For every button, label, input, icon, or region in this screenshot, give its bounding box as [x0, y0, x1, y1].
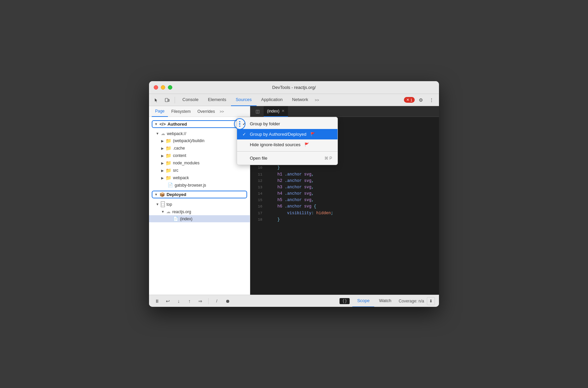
node-modules-chevron-icon: ▶ — [161, 161, 164, 165]
line-num: 10 — [253, 165, 262, 171]
menu-group-by-authored[interactable]: ✓ Group by Authored/Deployed 🚩 — [237, 129, 337, 139]
top-chevron-icon: ▼ — [156, 202, 159, 206]
webpack-folder-item[interactable]: ▶ 📁 webpack — [149, 174, 250, 182]
deployed-box-icon: 📦 — [159, 192, 165, 197]
coverage-label: Coverage: n/a — [399, 299, 424, 303]
code-tab-index[interactable]: (index) ✕ — [264, 106, 288, 117]
more-tabs-button[interactable]: >> — [313, 96, 321, 104]
error-badge[interactable]: ✕ 1 — [404, 97, 415, 103]
kebab-button-container — [234, 118, 245, 130]
settings-icon[interactable]: ⚙ — [416, 95, 425, 105]
tab-page[interactable]: Page — [152, 106, 168, 117]
reactjs-chevron-icon: ▼ — [161, 210, 165, 214]
top-label: top — [167, 202, 172, 207]
traffic-lights — [154, 85, 172, 90]
line-num: 17 — [253, 211, 262, 217]
code-line-13: 13 h3 .anchor svg, — [250, 184, 439, 191]
step-into-button[interactable]: ↓ — [175, 297, 183, 305]
code-text: } — [268, 217, 280, 223]
bottom-bar: ⏸ ↩ ↓ ↑ ⇒ / ⏺ {} Scope Watch Coverage: n… — [149, 295, 439, 307]
webpack-folder[interactable]: ▼ ☁ webpack:// — [149, 130, 250, 137]
tab-watch[interactable]: Watch — [374, 295, 396, 307]
reactjs-org-folder[interactable]: ▼ ☁ reactjs.org — [149, 208, 250, 215]
index-file[interactable]: 📄 (index) — [149, 215, 250, 222]
tab-sources[interactable]: Sources — [231, 94, 257, 106]
code-line-11: 11 h1 .anchor svg, — [250, 171, 439, 178]
pause-button[interactable]: ⏸ — [153, 297, 161, 305]
menu-separator — [237, 151, 337, 152]
continue-button[interactable]: ⇒ — [196, 297, 204, 305]
deactivate-button[interactable]: / — [213, 297, 221, 305]
toolbar-right: ✕ 1 ⚙ ⋮ — [404, 95, 436, 105]
pause-exception-button[interactable]: ⏺ — [224, 297, 232, 305]
node-modules-folder[interactable]: ▶ 📁 node_modules — [149, 159, 250, 167]
authored-section-header[interactable]: ▼ </> Authored — [152, 120, 247, 128]
gatsby-browser-file[interactable]: 📄 gatsby-browser.js — [149, 182, 250, 189]
content-folder-icon: 📁 — [166, 153, 171, 158]
src-label: src — [173, 168, 178, 173]
more-icon[interactable]: ⋮ — [427, 95, 436, 105]
cache-folder-icon: 📁 — [166, 146, 171, 151]
step-over-button[interactable]: ↩ — [164, 297, 172, 305]
more-options-button[interactable] — [234, 118, 245, 130]
tab-overrides[interactable]: Overrides — [194, 106, 218, 117]
tab-application[interactable]: Application — [257, 94, 288, 106]
device-icon[interactable] — [163, 95, 172, 105]
flag-icon-hide: 🚩 — [304, 142, 309, 147]
deployed-section-header[interactable]: ▼ 📦 Deployed — [152, 191, 247, 198]
index-label: (index) — [180, 217, 193, 221]
webpack-item-chevron-icon: ▶ — [161, 176, 164, 180]
context-menu: ✓ Group by folder ✓ Group by Authored/De… — [237, 117, 338, 165]
error-x-icon: ✕ — [406, 98, 409, 102]
sidebar-tabs: Page Filesystem Overrides >> — [149, 106, 250, 117]
webpack-folder-icon: 📁 — [166, 175, 171, 181]
tab-elements[interactable]: Elements — [203, 94, 231, 106]
kebab-dots-icon — [239, 121, 240, 127]
reactjs-cloud-icon: ☁ — [166, 209, 171, 214]
code-text: h1 .anchor svg, — [268, 171, 314, 178]
debug-separator — [208, 298, 209, 304]
close-button[interactable] — [154, 85, 158, 90]
src-chevron-icon: ▶ — [161, 169, 164, 172]
menu-open-file[interactable]: ✓ Open file ⌘ P — [237, 153, 337, 163]
webpack-buildin-folder[interactable]: ▶ 📁 (webpack)/buildin — [149, 137, 250, 144]
js-file-icon: 📄 — [168, 183, 173, 188]
code-text: h6 .anchor svg { — [268, 203, 316, 210]
code-text: visibility: hidden; — [268, 210, 333, 217]
tab-console[interactable]: Console — [178, 94, 203, 106]
code-tab-close-icon[interactable]: ✕ — [282, 109, 285, 113]
code-text: h4 .anchor svg, — [268, 191, 314, 197]
svg-rect-0 — [165, 98, 168, 102]
content-chevron-icon: ▶ — [161, 154, 164, 158]
code-text: h5 .anchor svg, — [268, 197, 314, 203]
sidebar-more-tabs[interactable]: >> — [218, 109, 225, 114]
code-text: h3 .anchor svg, — [268, 184, 314, 191]
tab-network[interactable]: Network — [287, 94, 313, 106]
content-folder[interactable]: ▶ 📁 content — [149, 152, 250, 159]
step-out-button[interactable]: ↑ — [185, 297, 194, 305]
maximize-button[interactable] — [168, 85, 172, 90]
buildin-label: (webpack)/buildin — [173, 138, 204, 143]
devtools-window: DevTools - reactjs.org/ Console Elements… — [149, 81, 439, 307]
line-num: 16 — [253, 204, 262, 210]
format-button[interactable]: {} — [340, 298, 350, 304]
cache-label: .cache — [173, 146, 185, 151]
cache-folder[interactable]: ▶ 📁 .cache — [149, 144, 250, 152]
titlebar: DevTools - reactjs.org/ — [149, 81, 439, 94]
code-tab-label: (index) — [267, 109, 280, 114]
src-folder[interactable]: ▶ 📁 src — [149, 167, 250, 174]
split-view-icon[interactable]: ◫ — [253, 107, 262, 116]
coverage-download-button[interactable]: ⬇ — [427, 297, 435, 305]
menu-group-by-folder[interactable]: ✓ Group by folder — [237, 119, 337, 129]
cursor-icon[interactable] — [152, 95, 161, 105]
tab-scope[interactable]: Scope — [352, 295, 374, 307]
tab-filesystem[interactable]: Filesystem — [168, 106, 194, 117]
minimize-button[interactable] — [161, 85, 165, 90]
code-text: } — [268, 165, 280, 171]
menu-hide-ignore[interactable]: ✓ Hide ignore-listed sources 🚩 — [237, 139, 337, 150]
code-line-14: 14 h4 .anchor svg, — [250, 191, 439, 197]
cloud-icon: ☁ — [161, 131, 165, 136]
line-num: 13 — [253, 185, 262, 191]
webpack-label: webpack:// — [167, 131, 186, 136]
top-folder[interactable]: ▼ □ top — [149, 200, 250, 208]
